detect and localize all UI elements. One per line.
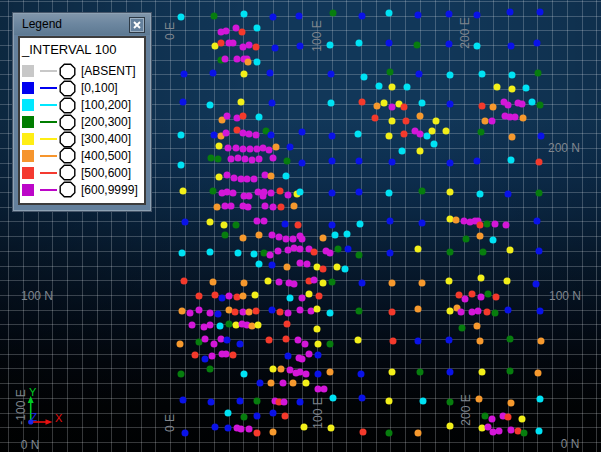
svg-text:100 E: 100 E: [311, 397, 325, 428]
svg-text:0 E: 0 E: [163, 414, 177, 432]
svg-text:Y: Y: [29, 386, 37, 398]
svg-text:200 N: 200 N: [548, 141, 580, 155]
svg-text:100 E: 100 E: [310, 20, 324, 51]
svg-text:-100 E: -100 E: [14, 389, 28, 424]
svg-text:0 E: 0 E: [163, 22, 177, 40]
svg-text:0 N: 0 N: [21, 438, 40, 452]
svg-text:X: X: [55, 412, 63, 424]
svg-text:100 N: 100 N: [549, 289, 581, 303]
svg-text:200 E: 200 E: [459, 394, 473, 425]
svg-text:0 N: 0 N: [561, 437, 580, 451]
svg-text:200 E: 200 E: [458, 17, 472, 48]
svg-text:100 N: 100 N: [21, 289, 53, 303]
